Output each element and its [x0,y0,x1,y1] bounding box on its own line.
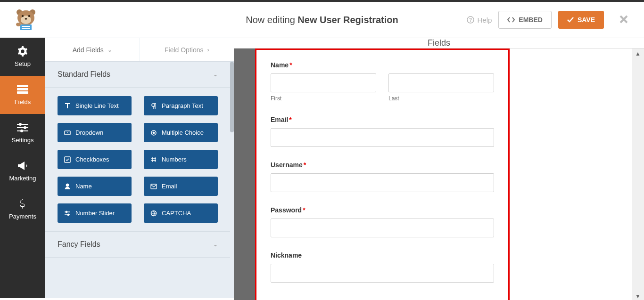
embed-button[interactable]: EMBED [498,11,552,29]
svg-point-4 [22,15,24,17]
required-mark: * [304,161,306,169]
paragraph-icon [150,103,157,109]
svg-rect-7 [20,24,32,30]
topbar: Now editing New User Registration ? Help… [0,2,644,38]
field-label: Email [162,183,177,190]
field-checkboxes[interactable]: Checkboxes [58,150,132,169]
form-preview[interactable]: Name* First Last [255,49,510,300]
svg-point-21 [20,130,23,132]
tab-add-fields[interactable]: Add Fields ⌄ [45,38,140,61]
field-label: CAPTCHA [162,210,191,217]
field-dropdown[interactable]: Dropdown [58,123,132,142]
svg-rect-9 [22,28,30,29]
field-captcha[interactable]: CAPTCHA [144,203,218,223]
field-email[interactable]: Email [144,177,218,196]
text-icon [64,103,71,109]
help-link[interactable]: ? Help [467,16,492,24]
embed-label: EMBED [519,16,543,24]
checkbox-icon [64,156,71,163]
bullhorn-icon [17,161,28,171]
sidebar-item-settings[interactable]: Settings [0,114,45,152]
sidebar-item-label: Fields [15,98,31,105]
main-header: Fields [234,38,644,49]
sidebar-item-label: Setup [15,60,31,67]
required-mark: * [289,116,291,123]
scroll-up-icon[interactable]: ▲ [635,50,641,57]
panel-scroll: Standard Fields ⌄ Single Line Text Parag… [45,62,234,260]
nickname-input[interactable] [271,264,494,283]
left-panel: Add Fields ⌄ Field Options › Standard Fi… [45,38,234,298]
slider-icon [64,210,71,217]
section-standard-fields[interactable]: Standard Fields ⌄ [45,62,230,88]
email-input[interactable] [271,128,494,147]
scrollbar-thumb[interactable] [230,62,234,132]
sidebar-item-label: Marketing [9,175,36,182]
svg-point-28 [66,211,67,213]
first-name-input[interactable] [271,73,376,92]
username-input[interactable] [271,173,494,192]
hash-icon [150,156,157,163]
canvas-gutter [234,49,255,300]
panel-scrollbar[interactable] [230,62,234,260]
svg-point-26 [66,184,69,186]
app-body: Setup Fields Settings Marketing Payments… [0,38,644,298]
field-label: Checkboxes [75,156,109,163]
last-name-input[interactable] [388,73,494,92]
chevron-down-icon: ⌄ [213,241,218,248]
required-mark: * [289,61,292,69]
save-label: SAVE [578,16,595,24]
field-numbers[interactable]: Numbers [144,150,218,169]
form-field-password[interactable]: Password* [271,206,494,237]
field-label: Name [75,183,92,190]
last-sublabel: Last [388,95,494,102]
form-field-name[interactable]: Name* First Last [271,61,494,102]
gear-icon [17,46,28,57]
password-input[interactable] [271,219,494,237]
section-label: Standard Fields [58,70,110,79]
save-button[interactable]: SAVE [558,11,604,29]
svg-point-20 [24,126,26,129]
svg-rect-16 [17,124,28,125]
sidebar-item-fields[interactable]: Fields [0,76,45,114]
form-field-username[interactable]: Username* [271,161,494,192]
close-icon [619,15,628,24]
first-sublabel: First [271,95,376,102]
logo [12,8,40,32]
canvas: Name* First Last [234,49,644,300]
help-label: Help [477,16,492,24]
sidebar-item-payments[interactable]: Payments [0,190,45,228]
section-fancy-fields[interactable]: Fancy Fields ⌄ [45,231,230,258]
form-field-nickname[interactable]: Nickname [271,251,494,283]
panel-tabs: Add Fields ⌄ Field Options › [45,38,234,62]
field-label: Nickname [271,251,494,259]
svg-text:?: ? [469,17,472,23]
field-multiple-choice[interactable]: Multiple Choice [144,123,218,142]
field-paragraph-text[interactable]: Paragraph Text [144,96,218,115]
field-single-line-text[interactable]: Single Line Text [58,96,132,115]
chevron-right-icon: › [207,47,209,53]
sidebar-item-marketing[interactable]: Marketing [0,152,45,190]
section-label: Fancy Fields [58,240,100,249]
sidebar-item-label: Payments [9,213,36,220]
field-number-slider[interactable]: Number Slider [58,203,132,223]
field-label: Paragraph Text [162,102,203,109]
svg-rect-22 [65,131,70,135]
form-field-email[interactable]: Email* [271,116,494,147]
close-button[interactable] [611,12,632,27]
svg-point-10 [16,23,21,26]
check-icon [567,17,574,23]
page-title: Now editing New User Registration [246,15,398,25]
help-icon: ? [467,16,474,24]
main-header-title: Fields [428,38,450,48]
sidebar-item-setup[interactable]: Setup [0,38,45,76]
svg-rect-17 [17,127,28,128]
field-name[interactable]: Name [58,177,132,196]
scroll-down-icon[interactable]: ▼ [635,293,641,300]
svg-rect-13 [17,85,28,87]
field-label: Multiple Choice [162,129,204,136]
required-mark: * [303,206,305,214]
svg-point-29 [67,214,69,216]
main-area: Fields Name* First [234,38,644,298]
tab-field-options[interactable]: Field Options › [140,38,234,61]
canvas-scrollbar[interactable]: ▲ ▼ [632,49,644,300]
